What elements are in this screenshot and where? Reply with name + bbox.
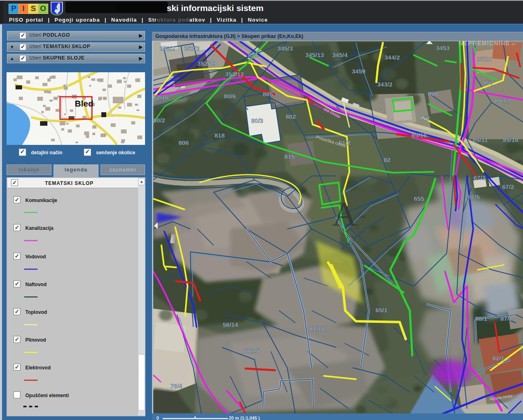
svg-text:67/5: 67/5 — [468, 193, 480, 200]
svg-text:81/12: 81/12 — [309, 325, 325, 332]
svg-text:857: 857 — [483, 79, 494, 86]
svg-text:850: 850 — [428, 90, 438, 97]
svg-text:52/16: 52/16 — [153, 94, 169, 101]
svg-text:352/3: 352/3 — [184, 45, 200, 52]
svg-text:352/2: 352/2 — [160, 45, 175, 52]
svg-text:805: 805 — [263, 91, 273, 98]
svg-text:815: 815 — [284, 153, 295, 160]
svg-text:655: 655 — [414, 195, 424, 202]
svg-text:65/1: 65/1 — [375, 307, 387, 313]
svg-text:85/13: 85/13 — [495, 97, 510, 104]
svg-text:88/1: 88/1 — [475, 315, 487, 322]
svg-text:802: 802 — [286, 113, 296, 120]
svg-text:Bled: Bled — [75, 99, 94, 108]
svg-text:58/14: 58/14 — [223, 321, 238, 328]
svg-text:343/2: 343/2 — [377, 81, 393, 88]
svg-text:852: 852 — [420, 115, 430, 122]
svg-text:87/1: 87/1 — [501, 315, 512, 322]
svg-text:3453: 3453 — [436, 44, 449, 51]
svg-text:cy: cy — [346, 231, 357, 244]
svg-text:80/6: 80/6 — [224, 93, 236, 100]
svg-text:344/2: 344/2 — [384, 54, 400, 61]
svg-text:352/12: 352/12 — [225, 71, 244, 78]
svg-text:345/4: 345/4 — [332, 51, 348, 58]
svg-text:76/4: 76/4 — [170, 382, 183, 389]
svg-text:7: 7 — [355, 222, 360, 232]
svg-text:80/2: 80/2 — [153, 117, 165, 124]
svg-text:80/3: 80/3 — [251, 117, 263, 124]
svg-text:352/29: 352/29 — [197, 60, 216, 67]
svg-text:818: 818 — [215, 132, 225, 139]
svg-text:806: 806 — [179, 139, 189, 146]
svg-text:82: 82 — [384, 156, 391, 163]
svg-text:67/3: 67/3 — [474, 174, 485, 181]
svg-text:3459: 3459 — [352, 68, 365, 75]
svg-text:82/1: 82/1 — [492, 355, 504, 362]
svg-text:85/10: 85/10 — [477, 56, 492, 62]
svg-text:85/11: 85/11 — [473, 136, 488, 143]
svg-text:A: A — [332, 195, 357, 233]
svg-text:345/3: 345/3 — [277, 45, 293, 52]
svg-text:58/15: 58/15 — [244, 347, 259, 354]
svg-text:871: 871 — [248, 51, 258, 58]
svg-text:85/18: 85/18 — [503, 136, 519, 143]
svg-text:NEPREMICNINE.si: NEPREMICNINE.si — [459, 41, 516, 47]
svg-text:85/16: 85/16 — [411, 132, 427, 139]
svg-text:345/13: 345/13 — [305, 51, 324, 58]
svg-text:67/2: 67/2 — [502, 183, 514, 190]
